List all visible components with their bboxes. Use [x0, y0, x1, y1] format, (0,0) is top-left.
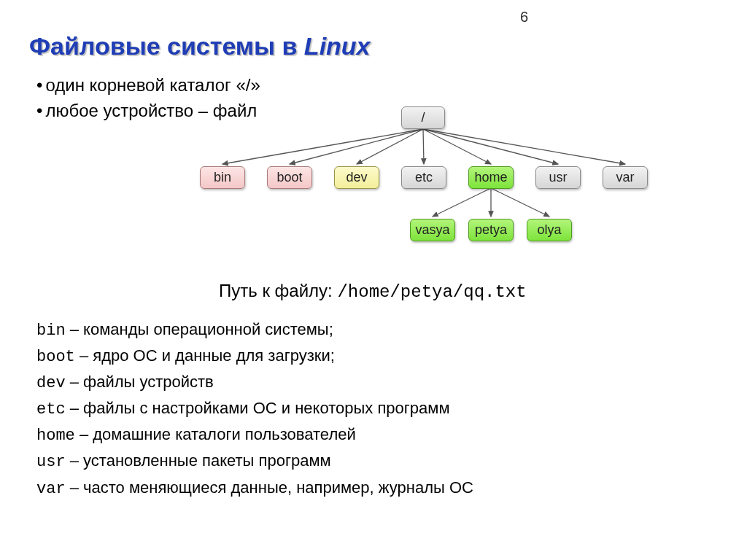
- bullet-dot: •: [36, 101, 42, 120]
- path-line: Путь к файлу: /home/petya/qq.txt: [219, 281, 527, 302]
- def-term: dev: [36, 374, 66, 392]
- def-term: boot: [36, 348, 75, 366]
- svg-line-5: [423, 129, 558, 164]
- def-desc: – домашние каталоги пользователей: [75, 425, 356, 443]
- def-term: home: [36, 427, 75, 445]
- node-dev: dev: [334, 166, 379, 189]
- def-usr: usr – установленные пакеты программ: [36, 448, 473, 475]
- path-label: Путь к файлу:: [219, 281, 337, 300]
- bullet-dot: •: [36, 75, 42, 95]
- def-bin: bin – команды операционной системы;: [36, 317, 473, 343]
- slide-title: Файловые системы в Linux: [29, 32, 371, 61]
- node-usr: usr: [535, 166, 581, 189]
- node-vasya: vasya: [410, 219, 455, 241]
- def-term: usr: [36, 453, 66, 471]
- def-etc: etc – файлы с настройками ОС и некоторых…: [36, 396, 473, 422]
- def-term: bin: [36, 322, 66, 340]
- def-var: var – часто меняющиеся данные, например,…: [36, 475, 473, 502]
- node-var: var: [603, 166, 648, 189]
- def-term: var: [36, 480, 66, 498]
- def-desc: – ядро ОС и данные для загрузки;: [75, 346, 335, 365]
- svg-line-6: [423, 129, 625, 164]
- page-number: 6: [520, 9, 528, 26]
- path-value: /home/petya/qq.txt: [337, 282, 526, 302]
- def-desc: – команды операционной системы;: [66, 320, 333, 338]
- def-desc: – установленные пакеты программ: [66, 451, 331, 470]
- def-home: home – домашние каталоги пользователей: [36, 422, 473, 448]
- fs-tree: / bin boot dev etc home usr var vasya pe…: [182, 95, 693, 277]
- node-petya: petya: [468, 219, 514, 241]
- svg-line-9: [491, 188, 549, 217]
- node-root: /: [401, 106, 445, 129]
- node-olya: olya: [527, 219, 572, 241]
- def-boot: boot – ядро ОС и данные для загрузки;: [36, 343, 473, 370]
- bullet-1-text: один корневой каталог «/»: [45, 75, 260, 95]
- svg-line-4: [423, 129, 491, 164]
- svg-line-7: [433, 188, 491, 217]
- node-home: home: [468, 166, 514, 189]
- svg-line-3: [423, 129, 424, 164]
- definitions: bin – команды операционной системы; boot…: [36, 317, 473, 502]
- title-text-b: Linux: [304, 32, 371, 60]
- title-text-a: Файловые системы в: [29, 32, 304, 60]
- node-bin: bin: [200, 166, 245, 189]
- def-desc: – файлы устройств: [66, 373, 214, 391]
- def-term: etc: [36, 400, 66, 419]
- node-etc: etc: [401, 166, 446, 189]
- svg-line-2: [357, 129, 423, 164]
- svg-line-0: [222, 129, 423, 164]
- def-desc: – часто меняющиеся данные, например, жур…: [66, 478, 473, 497]
- svg-line-1: [290, 129, 423, 164]
- def-desc: – файлы с настройками ОС и некоторых про…: [66, 399, 450, 417]
- node-boot: boot: [267, 166, 312, 189]
- def-dev: dev – файлы устройств: [36, 370, 473, 396]
